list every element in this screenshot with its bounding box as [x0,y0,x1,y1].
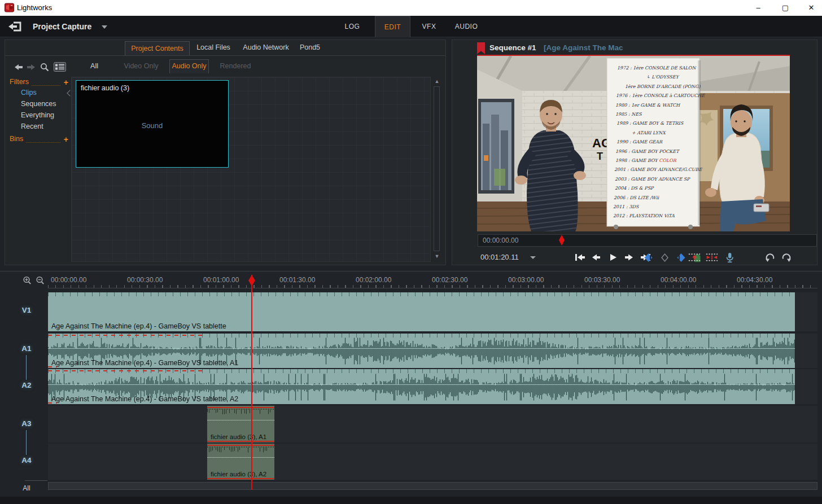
scroll-up-icon[interactable]: ▲ [434,78,440,84]
os-titlebar: Lightworks – ▢ ✕ [0,0,822,16]
timecode-caret-icon[interactable] [530,256,536,259]
a1-clip-label: Age Against The Machine (ep.4) - GameBoy… [51,359,238,367]
a1-clip[interactable]: Age Against The Machine (ep.4) - GameBoy… [48,334,795,368]
ruler-label: 00:01:30.00 [279,276,315,284]
ruler-label: 00:04:00.00 [661,276,696,284]
sidebar-item-recent[interactable]: Recent [21,122,69,130]
room-tab-audio[interactable]: AUDIO [448,16,485,37]
track-row-a1: Age Against The Machine (ep.4) - GameBoy… [48,334,817,368]
undo-icon[interactable] [764,252,776,263]
filter-tab-video-only[interactable]: Video Only [119,59,164,73]
filter-tab-audio-only[interactable]: Audio Only [169,59,209,73]
chevron-down-icon[interactable] [102,25,107,29]
play-icon[interactable] [606,252,619,263]
svg-text:1980 : 1er GAME & WATCH: 1980 : 1er GAME & WATCH [615,103,680,108]
record-voiceover-icon[interactable] [723,252,736,263]
track-row-v1: Age Against The Machine (ep.4) - GameBoy… [48,292,817,331]
minimize-button[interactable]: – [749,0,768,16]
bookmark-icon[interactable] [477,42,485,55]
footer-strip [0,497,822,504]
add-bin-button[interactable]: + [64,135,68,144]
v1-clip-label: Age Against The Machine (ep.4) - GameBoy… [51,322,226,330]
search-icon[interactable] [40,63,49,72]
ruler-label: 00:01:00.00 [203,276,239,284]
browser-tab-audio-network[interactable]: Audio Network [239,40,293,55]
a2-level-dashes [48,370,206,371]
strip-timecode: 00:00:00.00 [483,235,518,246]
browser-tab-project-contents[interactable]: Project Contents [125,41,190,56]
track-header-a4[interactable]: A4 [14,456,40,464]
tile-view-icon[interactable] [54,62,66,72]
redo-icon[interactable] [780,252,792,263]
svg-text:+ ATARI LYNX: + ATARI LYNX [632,130,666,135]
playhead-diamond-icon[interactable] [248,275,256,286]
step-forward-icon[interactable] [623,252,635,263]
forward-icon[interactable] [27,63,36,71]
add-filter-button[interactable]: + [64,78,68,87]
track-row-a4: fichier audio (3), A2 [48,444,817,480]
filters-section-header: Filters + [10,78,68,88]
clip-grid: fichier audio (3) Sound [71,77,431,262]
step-back-icon[interactable] [590,252,602,263]
a4-clip[interactable]: fichier audio (3), A2 [207,444,274,480]
browser-tab-pond5[interactable]: Pond5 [296,40,323,55]
scroll-track[interactable] [434,86,440,251]
bins-section-header: Bins + [10,135,68,145]
filter-tab-rendered[interactable]: Rendered [216,59,255,73]
sidebar-item-everything[interactable]: Everything [21,111,69,119]
svg-text:1976 : 1ère CONSOLE à CARTOUCH: 1976 : 1ère CONSOLE à CARTOUCHE [616,93,705,98]
track-header-a1[interactable]: A1 [14,344,40,353]
playhead[interactable] [251,275,252,490]
svg-text:2011 : 3DS: 2011 : 3DS [613,204,640,209]
sidebar-item-sequences[interactable]: Sequences [21,100,69,108]
all-tracks-label[interactable]: All [17,484,36,492]
source-timecode-strip[interactable]: 00:00:00.00 [478,234,817,247]
project-selector[interactable]: Project Capture [33,16,91,37]
transport-controls [574,250,652,265]
sequence-title[interactable]: Sequence #1 [489,40,536,55]
track-header-a3[interactable]: A3 [14,419,40,428]
scroll-down-icon[interactable]: ▼ [434,253,440,259]
exit-project-icon[interactable] [7,20,24,33]
current-timecode[interactable]: 00:01:20.11 [480,250,519,265]
ruler-label: 00:03:30.00 [584,276,620,284]
room-tab-vfx[interactable]: VFX [413,16,445,37]
window-title: Lightworks [17,0,52,16]
svg-text:2001 : GAME BOY ADVANCE/G.CUBE: 2001 : GAME BOY ADVANCE/G.CUBE [614,167,702,172]
v1-clip[interactable]: Age Against The Machine (ep.4) - GameBoy… [48,292,795,331]
ruler-label: 00:00:30.00 [127,276,163,284]
insert-edit-icon[interactable] [688,252,701,263]
room-tab-edit[interactable]: EDIT [375,16,410,37]
mark-point-icon[interactable] [658,252,671,263]
strip-marker-icon[interactable] [558,235,565,246]
app-toolbar: Project Capture LOGEDITVFXAUDIO [0,16,822,37]
sequence-viewer-panel: Sequence #1 [Age Against The Mac [452,40,817,265]
close-button[interactable]: ✕ [802,0,821,16]
a3-clip[interactable]: fichier audio (3), A1 [207,406,274,442]
track-header-v1[interactable]: V1 [14,306,40,314]
replace-edit-icon[interactable] [706,252,718,263]
a2-clip[interactable]: Age Against The Machine (ep.4) - GameBoy… [48,369,795,404]
zoom-in-icon[interactable] [23,276,32,285]
a3-a4-pair-line [26,430,27,455]
svg-text:1ère BORNE D'ARCADE (PONG): 1ère BORNE D'ARCADE (PONG) [625,84,701,89]
browser-tab-local-files[interactable]: Local Files [195,40,232,55]
contents-scrollbar[interactable]: ▲ ▼ [432,77,441,261]
maximize-button[interactable]: ▢ [776,0,795,16]
ruler-label: 00:03:00.00 [508,276,544,284]
back-icon[interactable] [14,63,23,71]
zoom-out-icon[interactable] [36,276,45,285]
edit-controls [688,250,736,265]
sidebar-item-clips[interactable]: Clips [21,89,69,97]
track-header-a2[interactable]: A2 [14,381,40,389]
filter-tab-all[interactable]: All [81,59,108,73]
svg-text:1990 : GAME GEAR: 1990 : GAME GEAR [616,139,663,144]
video-preview[interactable]: AG T 1972 : 1ère CONSOLE DE SALON↳ L'ODY… [477,56,790,231]
go-to-start-icon[interactable] [574,252,586,263]
mark-in-icon[interactable] [642,252,654,263]
room-tab-log[interactable]: LOG [338,16,367,37]
a4-clip-label: fichier audio (3), A2 [211,471,266,477]
timeline-scrollbar[interactable] [48,482,817,490]
mark-out-icon[interactable] [675,252,687,263]
clip-tile-fichier-audio[interactable]: fichier audio (3) Sound [76,80,229,168]
